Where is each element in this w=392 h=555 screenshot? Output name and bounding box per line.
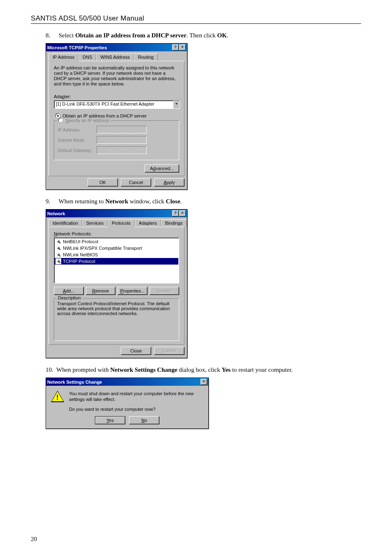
step9-text: When returning to Network window, click … [58,198,182,205]
tab-routing[interactable]: Routing [134,53,158,61]
dlg1-info: An IP address can be automatically assig… [54,65,179,87]
help-button[interactable]: ? [172,210,179,216]
step10-num: 10. [46,366,53,373]
page-number: 20 [31,536,361,543]
gateway-row: Default Gateway: ... [58,146,175,154]
dlg3-buttons: Yes No [46,416,208,428]
step9-num: 9. [46,198,57,205]
radio-specify[interactable]: Specify an IP address [57,117,111,123]
step-9: 9. When returning to Network window, cli… [46,198,361,205]
tab-bindings[interactable]: Bindings [161,219,187,227]
subnet-input: ... [97,136,147,144]
subnet-row: Subnet Mask: ... [58,136,175,144]
description-label: Description: [57,295,83,300]
close-button[interactable]: Close [121,347,151,355]
description-text: Transport Control Protocol/Internet Prot… [57,301,170,316]
dlg3-message: You must shut down and restart your comp… [69,391,203,412]
network-dialog: Network ? × Identification Services Prot… [46,209,187,358]
help-button[interactable]: ? [172,44,179,51]
dlg3-titlebar: Network Settings Change × [46,378,208,386]
close-icon[interactable]: × [179,210,186,216]
dlg1-title-buttons: ? × [172,44,186,51]
adapter-label: Adapter: [54,94,179,99]
tab-wins-address[interactable]: WINS Address [96,53,134,61]
network-settings-change-dialog: Network Settings Change × ! You must shu… [46,378,209,429]
tcpip-properties-dialog: Microsoft TCP/IP Properties ? × IP Addre… [46,43,187,190]
advanced-row: Advanced... [54,164,179,173]
cancel-button: Cancel [154,347,184,355]
protocols-listbox[interactable]: 🔌NetBEUI Protocol 🔌NWLink IPX/SPX Compat… [54,237,179,283]
dlg3-title: Network Settings Change [47,380,102,385]
ip-address-input: ... [97,126,147,134]
adapter-value: [1] D-Link DFE-530TX PCI Fast Ethernet A… [54,101,173,108]
dlg1-tabpage: An IP address can be automatically assig… [48,61,184,176]
doc-header: SANTIS ADSL 50/500 User Manual [31,14,361,24]
protocols-label: Network Protocols: [54,231,179,236]
apply-button[interactable]: Apply [154,178,184,187]
properties-button[interactable]: Properties... [118,287,148,295]
adapter-combo[interactable]: [1] D-Link DFE-530TX PCI Fast Ethernet A… [54,100,180,109]
update-button: Update [150,287,180,295]
tab-identification[interactable]: Identification [48,219,82,227]
dlg1-buttons: OK Cancel Apply [46,178,187,189]
list-item[interactable]: 🔌NWLink NetBIOS [55,251,178,258]
dlg2-titlebar: Network ? × [46,210,187,217]
dlg1-tabs: IP Address DNS WINS Address Routing [48,53,184,61]
dlg2-tabs: Identification Services Protocols Adapte… [48,219,184,227]
step-10: 10. When prompted with Network Settings … [46,366,361,373]
radio-specify-label: Specify an IP address [65,118,109,123]
dlg1-title: Microsoft TCP/IP Properties [47,45,107,50]
protocol-icon: 🔌 [55,258,61,264]
tab-protocols[interactable]: Protocols [108,219,135,227]
subnet-label: Subnet Mask: [58,138,97,143]
warning-icon: ! [51,391,64,404]
dlg2-title: Network [47,211,65,216]
dlg3-msg2: Do you want to restart your computer now… [69,406,203,412]
protocol-icon: 🔌 [55,239,61,244]
remove-button[interactable]: Remove [86,287,116,295]
dlg2-button-row: Add... Remove Properties... Update [54,287,179,295]
step8-num: 8. [46,32,57,39]
list-item[interactable]: 🔌NetBEUI Protocol [55,238,178,245]
ok-button[interactable]: OK [88,178,118,187]
step10-text: When prompted with Network Settings Chan… [56,366,293,373]
radio-specify-input[interactable] [58,117,63,123]
description-box: Description: Transport Control Protocol/… [54,298,179,341]
ip-row: IP Address: ... [58,126,175,134]
step-8: 8. Select Obtain an IP address from a DH… [46,32,361,39]
list-item[interactable]: 🔌TCP/IP Protocol [55,258,178,265]
yes-button[interactable]: Yes [95,416,125,424]
ip-address-label: IP Address: [58,127,97,132]
step8-text: Select Obtain an IP address from a DHCP … [59,32,228,39]
add-button[interactable]: Add... [54,287,84,295]
cancel-button[interactable]: Cancel [121,178,151,187]
dlg1-titlebar: Microsoft TCP/IP Properties ? × [46,44,187,51]
specify-ip-group: Specify an IP address IP Address: ... Su… [54,120,179,160]
gateway-label: Default Gateway: [58,148,97,153]
no-button[interactable]: No [129,416,159,424]
dlg2-tabpage: Network Protocols: 🔌NetBEUI Protocol 🔌NW… [48,227,184,345]
advanced-button[interactable]: Advanced... [145,164,179,173]
close-icon[interactable]: × [201,379,207,385]
dlg2-buttons: Close Cancel [46,347,187,358]
gateway-input: ... [97,146,147,154]
tab-ip-address[interactable]: IP Address [48,53,78,61]
tab-dns[interactable]: DNS [78,53,96,61]
tab-adapters[interactable]: Adapters [135,219,161,227]
protocol-icon: 🔌 [55,245,61,251]
dlg2-title-buttons: ? × [172,210,186,216]
chevron-down-icon[interactable]: ▼ [173,101,180,108]
dlg3-body: ! You must shut down and restart your co… [46,386,208,416]
list-item[interactable]: 🔌NWLink IPX/SPX Compatible Transport [55,245,178,251]
close-icon[interactable]: × [179,44,186,51]
tab-services[interactable]: Services [82,219,108,227]
dlg3-msg1: You must shut down and restart your comp… [69,391,203,402]
protocol-icon: 🔌 [55,252,61,258]
dlg3-title-buttons: × [201,379,207,385]
